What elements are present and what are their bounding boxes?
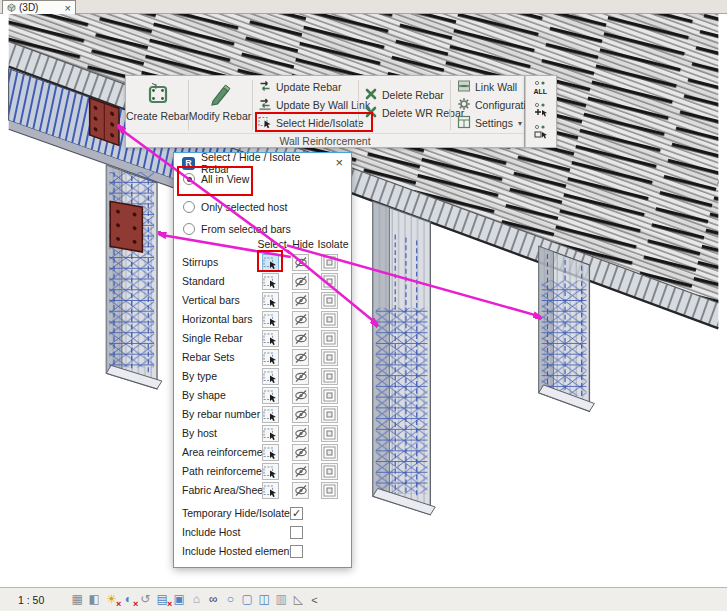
ribbon-button-delete-rebar[interactable]: Delete Rebar: [362, 86, 448, 104]
hide-button-by-type[interactable]: [292, 368, 309, 385]
select-button-by-rebar-number[interactable]: [262, 406, 279, 423]
ribbon-button-select-add[interactable]: [531, 101, 551, 121]
ribbon-button-update-rebar[interactable]: Update Rebar: [256, 78, 356, 96]
hide-button-rebar-sets[interactable]: [292, 349, 309, 366]
hide-button-by-host[interactable]: [292, 425, 309, 442]
rebar-row-standard: Standard: [174, 272, 351, 291]
checkbox-row-include-host[interactable]: Include Host: [182, 524, 240, 540]
select-button-area-reinforcement[interactable]: [262, 444, 279, 461]
rebar-row-by-rebar-number: By rebar number: [174, 405, 351, 424]
collapse-icon[interactable]: <: [311, 594, 317, 606]
view-scale[interactable]: 1 : 50: [18, 594, 44, 606]
tab-close-icon[interactable]: ×: [65, 3, 71, 13]
rebar-row-path-reinforcement: Path reinforcement: [174, 462, 351, 481]
isolate-button-by-type[interactable]: [321, 368, 338, 385]
isolate-button-stirrups[interactable]: [321, 254, 338, 271]
radio-button-icon[interactable]: [183, 201, 195, 213]
hide-button-stirrups[interactable]: [292, 254, 309, 271]
ribbon-button-create-rebar[interactable]: Create Rebar: [129, 78, 186, 132]
isolate-button-area-reinforcement[interactable]: [321, 444, 338, 461]
radio-button-icon[interactable]: [183, 223, 195, 235]
sun-path-icon[interactable]: ☀×: [104, 592, 118, 607]
checkbox-row-temporary-hide-isolate[interactable]: Temporary Hide/Isolate✓: [182, 505, 290, 521]
create-rebar-icon: [145, 81, 171, 109]
model-viewport[interactable]: Create Rebar Modify Rebar Update RebarUp…: [0, 14, 727, 587]
reveal-constraints-icon[interactable]: ◺: [291, 592, 305, 607]
isolate-button-by-rebar-number[interactable]: [321, 406, 338, 423]
select-button-by-shape[interactable]: [262, 387, 279, 404]
ribbon-button-modify-rebar[interactable]: Modify Rebar: [190, 78, 250, 132]
ribbon-button-select-all[interactable]: ALL: [531, 79, 551, 99]
hide-button-path-reinforcement[interactable]: [292, 463, 309, 480]
shadows-icon[interactable]: ◐×: [121, 592, 135, 607]
ribbon-button-settings[interactable]: Settings▾: [455, 114, 523, 132]
isolate-button-by-host[interactable]: [321, 425, 338, 442]
hide-button-by-rebar-number[interactable]: [292, 406, 309, 423]
hide-button-fabric-area-sheets[interactable]: [292, 482, 309, 499]
isolate-button-by-shape[interactable]: [321, 387, 338, 404]
left-column: [106, 165, 162, 389]
select-button-fabric-area-sheets[interactable]: [262, 482, 279, 499]
select-button-horizontal-bars[interactable]: [262, 311, 279, 328]
ribbon-button-delete-wr-rebar[interactable]: Delete WR Rebar: [362, 104, 448, 122]
show-crop-region-icon[interactable]: ▣: [172, 592, 186, 607]
checkbox-include-host[interactable]: [290, 526, 303, 539]
hide-button-vertical-bars[interactable]: [292, 292, 309, 309]
select-box-icon: [533, 124, 549, 142]
detail-level-icon[interactable]: ▦: [70, 592, 84, 607]
checkbox-temporary-hide-isolate[interactable]: ✓: [290, 507, 303, 520]
select-button-path-reinforcement[interactable]: [262, 463, 279, 480]
hide-button-area-reinforcement[interactable]: [292, 444, 309, 461]
radio-all-in-view[interactable]: All in View: [183, 171, 249, 187]
ribbon-button-select-hide-isolate[interactable]: Select Hide/Isolate: [256, 114, 356, 132]
view-tab-bar: (3D) ×: [0, 0, 727, 14]
unlocked-view-icon[interactable]: ⌂: [189, 592, 203, 607]
ribbon-button-configuration[interactable]: Configuration: [455, 96, 523, 114]
temporary-hide-isolate-icon[interactable]: ∞: [206, 592, 220, 607]
hide-button-horizontal-bars[interactable]: [292, 311, 309, 328]
rebar-row-vertical-bars: Vertical bars: [174, 291, 351, 310]
radio-button-icon[interactable]: [183, 173, 195, 185]
radio-from-selected-bars[interactable]: From selected bars: [183, 221, 291, 237]
checkbox-row-include-hosted-elements[interactable]: Include Hosted elements: [182, 543, 298, 559]
visual-style-icon[interactable]: ◧: [87, 592, 101, 607]
select-button-by-type[interactable]: [262, 368, 279, 385]
displacement-sets-icon[interactable]: ▥: [274, 592, 288, 607]
rebar-row-stirrups: Stirrups: [174, 253, 351, 272]
isolate-button-standard[interactable]: [321, 273, 338, 290]
isolate-button-single-rebar[interactable]: [321, 330, 338, 347]
ribbon-button-update-by-wall-link[interactable]: Update By Wall Link: [256, 96, 356, 114]
reveal-hidden-elements-icon[interactable]: ○: [223, 592, 237, 607]
select-button-by-host[interactable]: [262, 425, 279, 442]
hide-button-by-shape[interactable]: [292, 387, 309, 404]
select-button-vertical-bars[interactable]: [262, 292, 279, 309]
hide-button-standard[interactable]: [292, 273, 309, 290]
checkbox-include-hosted-elements[interactable]: [290, 545, 303, 558]
dialog-close-icon[interactable]: ×: [335, 157, 343, 169]
rendering-icon[interactable]: ↺: [138, 592, 152, 607]
isolate-button-fabric-area-sheets[interactable]: [321, 482, 338, 499]
select-button-stirrups[interactable]: [262, 254, 279, 271]
dialog-title-bar[interactable]: R Select / Hide / Isolate Rebar ×: [174, 153, 351, 173]
dropdown-arrow-icon: ▾: [518, 119, 522, 128]
view-tab-3d[interactable]: (3D) ×: [2, 0, 76, 14]
select-button-single-rebar[interactable]: [262, 330, 279, 347]
isolate-button-vertical-bars[interactable]: [321, 292, 338, 309]
select-button-standard[interactable]: [262, 273, 279, 290]
temporary-view-properties-icon[interactable]: ▢: [240, 592, 254, 607]
isolate-button-horizontal-bars[interactable]: [321, 311, 338, 328]
crop-view-icon[interactable]: ▤×: [155, 592, 169, 607]
ribbon-button-select-box[interactable]: [531, 123, 551, 143]
selected-stirrups-column[interactable]: [110, 201, 142, 252]
isolate-button-rebar-sets[interactable]: [321, 349, 338, 366]
isolate-button-path-reinforcement[interactable]: [321, 463, 338, 480]
radio-only-selected-host[interactable]: Only selected host: [183, 199, 287, 215]
select-button-rebar-sets[interactable]: [262, 349, 279, 366]
hide-button-single-rebar[interactable]: [292, 330, 309, 347]
rebar-row-rebar-sets: Rebar Sets: [174, 348, 351, 367]
ribbon-button-link-wall[interactable]: Link Wall: [455, 78, 523, 96]
middle-column: [373, 201, 435, 514]
link-wall-icon: [457, 79, 471, 95]
analytical-model-icon[interactable]: ◫: [257, 592, 271, 607]
panel-label: Wall Reinforcement: [126, 133, 524, 147]
